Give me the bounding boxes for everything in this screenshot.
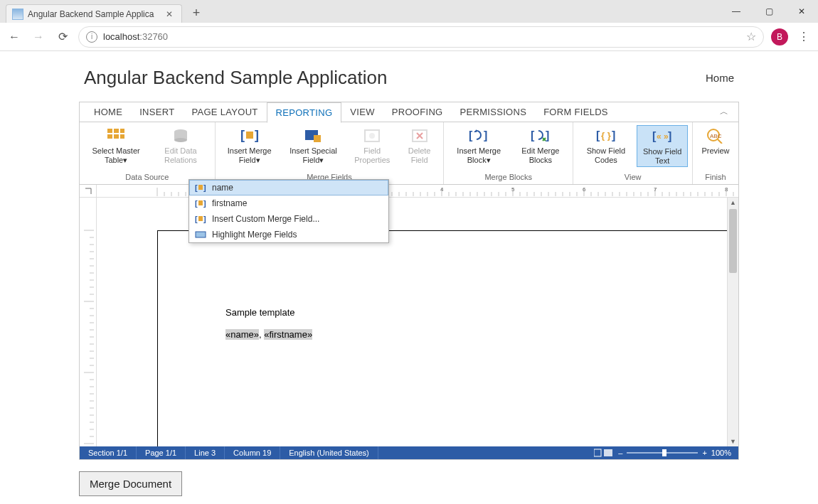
svg-rect-4 [114,134,119,139]
page: Angular Backend Sample Application Home … [0,51,818,496]
close-window-icon[interactable]: ✕ [785,0,818,23]
new-tab-button[interactable]: + [189,6,203,20]
status-right: – + 100% [587,449,738,457]
browser-titlebar: Angular Backend Sample Applica ✕ + — ▢ ✕ [0,0,818,23]
ribbon-tab-permissions[interactable]: PERMISSIONS [452,102,536,122]
ribbon-tab-home[interactable]: HOME [85,102,131,122]
reload-button[interactable]: ⟳ [54,28,71,45]
scroll-up-icon[interactable]: ▲ [728,198,738,208]
group-merge-fields: [] Insert Merge Field▾ Insert Special Fi… [216,122,444,184]
zoom-out-button[interactable]: – [618,449,622,457]
svg-text:[: [ [596,129,600,141]
preview-button[interactable]: ABC Preview [697,125,734,157]
zoom-slider[interactable] [627,452,698,454]
show-field-text-button[interactable]: [« »] Show Field Text [637,125,688,167]
dropdown-item-custom[interactable]: [] Insert Custom Merge Field... [189,211,388,227]
browser-addressbar: ← → ⟳ i localhost:32760 ☆ B ⋮ [0,23,818,51]
svg-text:]: ] [484,129,487,141]
group-data-source: Select Master Table▾ Edit Data Relations… [80,122,216,184]
url-field[interactable]: i localhost:32760 ☆ [78,26,764,48]
svg-text:]: ] [203,199,206,208]
preview-icon: ABC [705,127,726,145]
merge-field-name[interactable]: «name» [225,329,259,340]
svg-rect-40 [196,232,206,237]
site-info-icon[interactable]: i [86,31,97,43]
status-language[interactable]: English (United States) [280,446,378,459]
svg-text:[: [ [195,199,198,208]
forward-button[interactable]: → [30,28,47,45]
ruler-corner[interactable] [80,185,97,197]
field-icon: [] [195,214,206,224]
app-title: Angular Backend Sample Application [84,67,387,89]
merge-block-icon: [] [468,127,489,145]
edit-merge-blocks-button[interactable]: [] Edit Merge Blocks [512,125,568,166]
label: firstname [212,198,247,208]
ribbon-tab-view[interactable]: VIEW [341,102,383,122]
edit-data-relations-button[interactable]: Edit Data Relations [151,125,211,166]
label: Insert Merge Block▾ [451,146,506,164]
dropdown-item-highlight[interactable]: Highlight Merge Fields [189,227,388,242]
dropdown-item-name[interactable]: [] name [189,180,388,195]
ribbon-body: Select Master Table▾ Edit Data Relations… [80,122,738,185]
edit-blocks-icon: [] [530,127,551,145]
select-master-table-button[interactable]: Select Master Table▾ [84,125,148,166]
field-codes-icon: [{ }] [595,127,617,145]
insert-merge-field-dropdown: [] name [] firstname [] Insert Custom Me… [188,179,389,243]
svg-text:7: 7 [654,186,657,193]
browser-menu-icon[interactable]: ⋮ [795,30,812,43]
merge-document-button[interactable]: Merge Document [79,471,182,496]
browser-tab[interactable]: Angular Backend Sample Applica ✕ [6,4,182,23]
vertical-scrollbar[interactable]: ▲ ▼ [727,198,738,446]
svg-rect-192 [604,449,612,456]
maximize-icon[interactable]: ▢ [753,0,785,23]
svg-text:4: 4 [440,186,444,193]
zoom-in-button[interactable]: + [702,449,706,457]
svg-rect-191 [594,449,601,456]
svg-point-8 [174,138,187,142]
status-line[interactable]: Line 3 [186,446,225,459]
ribbon-tab-reporting[interactable]: REPORTING [267,102,342,123]
minimize-icon[interactable]: — [720,0,753,23]
insert-merge-field-button[interactable]: [] Insert Merge Field▾ [220,125,280,166]
document-content[interactable]: Sample template «name», «firstname» [225,306,312,343]
scroll-down-icon[interactable]: ▼ [728,436,738,446]
svg-rect-38 [198,216,203,221]
close-tab-icon[interactable]: ✕ [163,9,176,19]
layout-mode-icon[interactable] [594,449,614,457]
svg-rect-10 [246,132,253,139]
ribbon-tab-page-layout[interactable]: PAGE LAYOUT [183,102,266,122]
ribbon-tab-proofing[interactable]: PROOFING [383,102,452,122]
status-section[interactable]: Section 1/1 [80,446,137,459]
back-button[interactable]: ← [6,28,23,45]
field-text-icon: [« »] [652,127,673,146]
dropdown-item-firstname[interactable]: [] firstname [189,195,388,211]
svg-text:{ }: { } [601,130,611,141]
ribbon-tab-form-fields[interactable]: FORM FIELDS [535,102,617,122]
insert-special-field-button[interactable]: Insert Special Field▾ [282,125,345,166]
svg-text:ABC: ABC [710,133,722,139]
ribbon-collapse-icon[interactable]: ︿ [710,106,738,118]
scrollbar-thumb[interactable] [729,209,737,273]
svg-text:[: [ [195,183,198,192]
home-link[interactable]: Home [706,72,734,84]
status-page[interactable]: Page 1/1 [137,446,186,459]
svg-text:]: ] [255,128,259,142]
label: Select Master Table▾ [87,146,145,164]
svg-text:[: [ [195,215,198,223]
insert-merge-block-button[interactable]: [] Insert Merge Block▾ [448,125,509,166]
merge-field-firstname[interactable]: «firstname» [264,329,312,340]
show-field-codes-button[interactable]: [{ }] Show Field Codes [578,125,634,166]
vertical-ruler[interactable] [80,198,97,446]
profile-avatar[interactable]: B [771,28,788,45]
ribbon-tab-insert[interactable]: INSERT [131,102,183,122]
zoom-level[interactable]: 100% [711,449,731,457]
label: Edit Data Relations [154,146,208,164]
status-column[interactable]: Column 19 [225,446,280,459]
bookmark-star-icon[interactable]: ☆ [746,30,756,43]
svg-text:]: ] [203,183,206,192]
delete-field-button[interactable]: Delete Field [400,125,439,166]
svg-rect-32 [198,185,203,190]
field-properties-button[interactable]: Field Properties [347,125,397,166]
highlight-icon [195,230,206,240]
ribbon-tabs: HOME INSERT PAGE LAYOUT REPORTING VIEW P… [80,102,738,122]
